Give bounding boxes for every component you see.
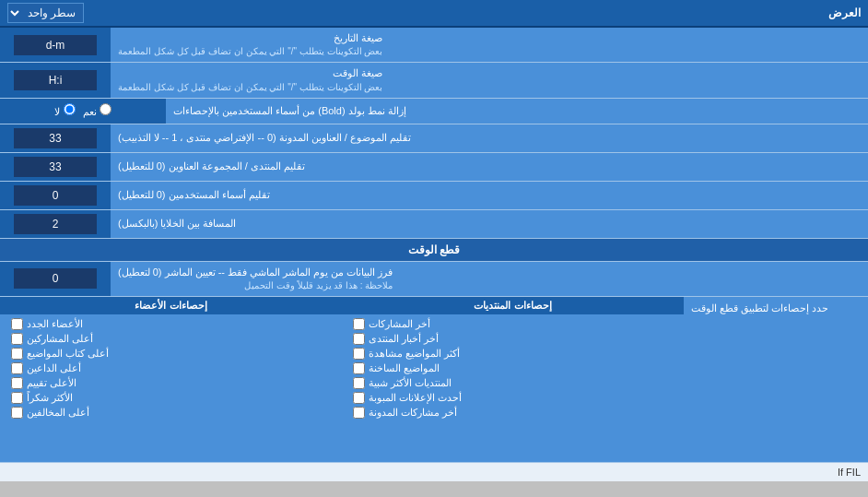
gap-input[interactable] <box>14 214 97 234</box>
date-format-row: صيغة التاريخ بعض التكوينات يتطلب "/" الت… <box>0 28 868 63</box>
bold-yes-label: نعم <box>83 103 111 118</box>
display-dropdown[interactable]: سطر واحد سطران ثلاثة أسطر <box>7 3 84 23</box>
trim-input-cell <box>0 124 111 152</box>
checkbox-members-1: أعلى المشاركين <box>7 333 334 345</box>
bold-radio-cell: نعم لا <box>0 99 166 124</box>
checkbox-members-3: أعلى الداعين <box>7 362 334 374</box>
gap-label: المسافة بين الخلايا (بالبكسل) <box>111 210 868 238</box>
checkbox-posts-1: أخر أخبار المنتدى <box>349 333 676 345</box>
trim-row: تقليم الموضوع / العناوين المدونة (0 -- ا… <box>0 124 868 153</box>
members-checkbox-3[interactable] <box>11 362 23 374</box>
trim-label: تقليم الموضوع / العناوين المدونة (0 -- ا… <box>111 124 868 152</box>
posts-checkboxes: أخر المشاركات أخر أخبار المنتدى أكثر الم… <box>342 314 684 425</box>
trim-input[interactable] <box>14 128 97 148</box>
gap-input-cell <box>0 210 111 238</box>
posts-checkbox-6[interactable] <box>353 407 365 419</box>
posts-checkbox-3[interactable] <box>353 362 365 374</box>
cutoff-label: فرز البيانات من يوم الماشر الماشي فقط --… <box>111 262 868 296</box>
members-checkbox-4[interactable] <box>11 377 23 389</box>
bold-no-radio[interactable] <box>64 103 76 115</box>
dropdown-wrapper: سطر واحد سطران ثلاثة أسطر <box>7 3 84 23</box>
main-container: العرض سطر واحد سطران ثلاثة أسطر صيغة الت… <box>0 0 868 481</box>
time-format-input[interactable] <box>14 70 97 90</box>
trim-users-input[interactable] <box>14 185 97 206</box>
bold-label: إزالة نمط بولد (Bold) من أسماء المستخدمي… <box>166 99 868 124</box>
bold-yes-radio[interactable] <box>100 103 111 115</box>
bold-radio-group: نعم لا <box>54 103 111 118</box>
cutoff-input-cell <box>0 262 111 296</box>
checkbox-posts-0: أخر المشاركات <box>349 318 676 330</box>
cutoff-header: قطع الوقت <box>0 239 868 262</box>
time-format-row: صيغة الوقت بعض التكوينات يتطلب "/" التي … <box>0 63 868 98</box>
time-format-input-cell <box>0 63 111 97</box>
bold-no-label: لا <box>54 103 75 118</box>
trim-forum-label: تقليم المنتدى / المجموعة العناوين (0 للت… <box>111 153 868 181</box>
bottom-note: If FIL <box>0 463 868 481</box>
members-checkbox-5[interactable] <box>11 392 23 404</box>
header-label: العرض <box>828 6 861 19</box>
cutoff-input[interactable] <box>14 268 97 289</box>
members-checkbox-0[interactable] <box>11 318 23 330</box>
trim-forum-row: تقليم المنتدى / المجموعة العناوين (0 للت… <box>0 153 868 182</box>
posts-checkbox-4[interactable] <box>353 377 365 389</box>
checkbox-posts-4: المنتديات الأكثر شبية <box>349 377 676 389</box>
date-format-label: صيغة التاريخ بعض التكوينات يتطلب "/" الت… <box>111 28 868 62</box>
date-format-input[interactable] <box>14 35 97 55</box>
checkbox-posts-3: المواضيع الساخنة <box>349 362 676 374</box>
checkbox-members-5: الأكثر شكراً <box>7 392 334 404</box>
members-checkbox-6[interactable] <box>11 407 23 419</box>
checkbox-posts-5: أحدث الإعلانات المبوبة <box>349 392 676 404</box>
checkbox-posts-2: أكثر المواضيع مشاهدة <box>349 348 676 360</box>
checkbox-members-4: الأعلى تقييم <box>7 377 334 389</box>
time-format-label: صيغة الوقت بعض التكوينات يتطلب "/" التي … <box>111 63 868 97</box>
trim-users-label: تقليم أسماء المستخدمين (0 للتعطيل) <box>111 182 868 209</box>
posts-checkbox-2[interactable] <box>353 348 365 360</box>
members-checkboxes-col: إحصاءات الأعضاء الأعضاء الجدد أعلى المشا… <box>0 297 342 462</box>
stats-area: حدد إحصاءات لتطبيق قطع الوقت إحصاءات الم… <box>0 297 868 463</box>
posts-header: إحصاءات المنتديات <box>342 297 684 314</box>
gap-row: المسافة بين الخلايا (بالبكسل) <box>0 210 868 239</box>
checkbox-members-2: أعلى كتاب المواضيع <box>7 348 334 360</box>
posts-checkbox-0[interactable] <box>353 318 365 330</box>
members-header: إحصاءات الأعضاء <box>0 297 342 314</box>
header-row: العرض سطر واحد سطران ثلاثة أسطر <box>0 0 868 28</box>
date-format-input-cell <box>0 28 111 62</box>
cutoff-row: فرز البيانات من يوم الماشر الماشي فقط --… <box>0 262 868 297</box>
trim-users-input-cell <box>0 182 111 209</box>
members-checkboxes: الأعضاء الجدد أعلى المشاركين أعلى كتاب ا… <box>0 314 342 425</box>
trim-users-row: تقليم أسماء المستخدمين (0 للتعطيل) <box>0 182 868 210</box>
posts-checkbox-5[interactable] <box>353 392 365 404</box>
checkbox-members-0: الأعضاء الجدد <box>7 318 334 330</box>
posts-checkbox-1[interactable] <box>353 333 365 345</box>
bold-row: إزالة نمط بولد (Bold) من أسماء المستخدمي… <box>0 99 868 124</box>
posts-checkboxes-col: إحصاءات المنتديات أخر المشاركات أخر أخبا… <box>342 297 684 462</box>
checkbox-members-6: أعلى المخالفين <box>7 407 334 419</box>
trim-forum-input[interactable] <box>14 157 97 177</box>
trim-forum-input-cell <box>0 153 111 181</box>
stats-label: حدد إحصاءات لتطبيق قطع الوقت <box>684 297 868 462</box>
members-checkbox-2[interactable] <box>11 348 23 360</box>
members-checkbox-1[interactable] <box>11 333 23 345</box>
checkbox-posts-6: أخر مشاركات المدونة <box>349 407 676 419</box>
